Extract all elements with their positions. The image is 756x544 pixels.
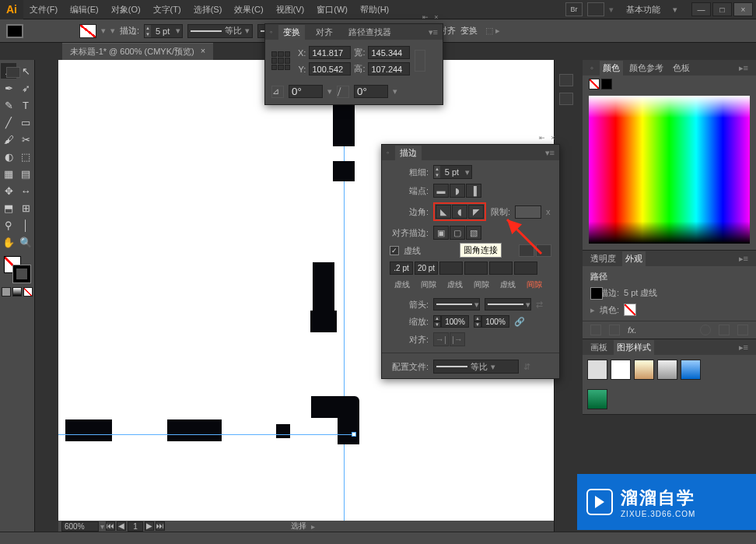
join-miter-icon[interactable]: ◣ <box>436 205 451 219</box>
stroke-weight-input[interactable]: ▲▼ ▾ <box>144 24 183 38</box>
art-shape[interactable] <box>167 419 222 441</box>
menu-type[interactable]: 文字(T) <box>147 0 187 19</box>
dock-icon[interactable] <box>559 93 573 105</box>
tab-pathfinder[interactable]: 路径查找器 <box>344 25 396 40</box>
transform-label[interactable]: 变换 <box>460 25 478 37</box>
tool-hand[interactable]: ✋ <box>1 234 16 250</box>
tool-scissors[interactable]: ✂ <box>18 132 33 147</box>
appearance-fill-swatch[interactable] <box>624 304 636 316</box>
tool-zoom[interactable]: 🔍 <box>18 234 33 250</box>
tab-graphic-styles[interactable]: 图形样式 <box>614 340 654 355</box>
appearance-stroke-swatch[interactable] <box>590 287 603 300</box>
stroke-panel[interactable]: ⇤× ◦ 描边 ▾≡ 粗细: ▲▼ ▾ 端点: ▬ ◗ ▐ 边角: ◣ <box>381 144 560 379</box>
dash-val-3[interactable] <box>489 261 513 275</box>
join-bevel-icon[interactable]: ◤ <box>468 205 484 219</box>
menu-object[interactable]: 对象(O) <box>105 0 147 19</box>
tab-artboards[interactable]: 画板 <box>587 340 611 355</box>
cap-proj-icon[interactable]: ▐ <box>466 184 481 198</box>
tool-free[interactable]: ▤ <box>18 166 33 181</box>
tool-slice[interactable]: │ <box>18 217 33 233</box>
tool-type[interactable]: T <box>18 97 33 113</box>
stroke-panel-weight-field[interactable] <box>440 167 464 177</box>
bridge-icon[interactable]: Br <box>565 2 583 16</box>
tool-gradient[interactable]: ⊞ <box>18 200 33 216</box>
tool-rotate[interactable]: ◐ <box>1 149 16 164</box>
menu-window[interactable]: 窗口(W) <box>310 0 354 19</box>
panel-menu-icon[interactable]: ▸≡ <box>736 252 751 265</box>
page-first-icon[interactable]: ⏮ <box>106 521 115 531</box>
profile-combo[interactable]: 等比▾ <box>433 360 519 374</box>
workspace-switcher[interactable]: 基本功能 <box>618 4 668 16</box>
tool-pen[interactable]: ✒ <box>1 80 16 96</box>
tab-opacity[interactable]: 透明度 <box>587 251 619 266</box>
tool-eyedrop[interactable]: ⚲ <box>1 217 16 233</box>
window-max[interactable]: □ <box>712 2 732 16</box>
dash-checkbox[interactable]: ✓ <box>390 246 399 255</box>
y-input[interactable] <box>309 62 351 75</box>
menu-select[interactable]: 选择(S) <box>187 0 229 19</box>
dash-val-2[interactable] <box>439 261 463 275</box>
stroke-mini-swatch[interactable] <box>601 79 612 89</box>
gap-val-2[interactable] <box>464 261 488 275</box>
color-spectrum[interactable] <box>589 96 750 244</box>
stroke-swatch[interactable] <box>6 24 23 38</box>
flip-profile-icon[interactable]: ⇵ <box>523 362 530 372</box>
gap-val-1[interactable] <box>415 261 438 275</box>
align-center-icon[interactable]: ▣ <box>433 226 449 240</box>
fx-label[interactable]: fx. <box>628 325 637 335</box>
transform-panel[interactable]: ⇤× ◦ 变换 对齐 路径查找器 ▾≡ X: 宽: Y: 高: ⊿ ▾ ⧸ ▾ <box>264 23 443 105</box>
dock-icon[interactable] <box>559 74 573 86</box>
workspace-dd-icon[interactable]: ▾ <box>673 5 677 15</box>
trash-icon[interactable] <box>737 325 748 335</box>
tool-pencil[interactable]: ✎ <box>1 97 16 113</box>
panel-close-icon[interactable]: × <box>548 134 558 143</box>
art-shape[interactable] <box>313 262 334 311</box>
align-outside-icon[interactable]: ▧ <box>466 226 481 240</box>
arrow-start-combo[interactable]: ▾ <box>433 298 480 311</box>
tool-brush[interactable]: 🖌 <box>1 132 16 147</box>
page-number[interactable]: 1 <box>128 521 143 532</box>
page-prev-icon[interactable]: ◀ <box>117 521 126 531</box>
menu-view[interactable]: 视图(V) <box>270 0 311 19</box>
anchor-point[interactable] <box>352 432 356 437</box>
h-input[interactable] <box>368 62 410 75</box>
scale-start-input[interactable] <box>441 315 469 328</box>
panel-menu-icon[interactable]: ▾≡ <box>545 148 555 158</box>
style-thumb[interactable] <box>587 389 607 409</box>
gradient-mode-icon[interactable] <box>12 287 22 297</box>
reference-point[interactable] <box>271 51 290 70</box>
dash-val-1[interactable] <box>390 261 413 275</box>
gutter-icon[interactable] <box>6 67 20 78</box>
join-round-icon[interactable]: ◖ <box>452 205 467 219</box>
link-scale-icon[interactable]: 🔗 <box>514 317 525 327</box>
tool-line[interactable]: ╱ <box>1 114 16 130</box>
menu-file[interactable]: 文件(F) <box>23 0 64 19</box>
menu-edit[interactable]: 编辑(E) <box>64 0 105 19</box>
tab-transform[interactable]: 变换 <box>278 25 305 40</box>
shear-input[interactable] <box>354 85 388 98</box>
tab-align[interactable]: 对齐 <box>311 25 338 40</box>
panel-close-icon[interactable]: × <box>432 13 441 23</box>
color-mode-icon[interactable] <box>2 287 11 297</box>
tab-swatches[interactable]: 色板 <box>670 61 693 75</box>
tool-shape[interactable]: ✥ <box>1 183 16 198</box>
tool-rect[interactable]: ▭ <box>18 114 33 130</box>
dup-icon[interactable] <box>719 325 730 335</box>
x-input[interactable] <box>309 46 351 59</box>
art-shape[interactable] <box>65 419 112 441</box>
window-min[interactable]: — <box>691 2 711 16</box>
style-thumb[interactable] <box>657 360 677 380</box>
zoom-field[interactable]: 600% <box>61 521 99 532</box>
art-corner[interactable] <box>311 396 359 446</box>
new-stroke-icon[interactable] <box>609 325 620 335</box>
tool-width[interactable]: ▦ <box>1 166 16 181</box>
fill-swatch[interactable] <box>79 24 96 38</box>
panel-collapse-icon[interactable]: ⇤ <box>537 134 547 143</box>
style-thumb[interactable] <box>634 360 654 380</box>
panel-menu-icon[interactable]: ▾≡ <box>429 27 438 37</box>
menu-help[interactable]: 帮助(H) <box>354 0 395 19</box>
style-thumb[interactable] <box>587 360 607 380</box>
page-last-icon[interactable]: ⏭ <box>156 521 165 531</box>
document-tab[interactable]: 未标题-1* @ 600% (CMYK/预览) × <box>62 43 213 60</box>
align-inside-icon[interactable]: ▢ <box>450 226 465 240</box>
